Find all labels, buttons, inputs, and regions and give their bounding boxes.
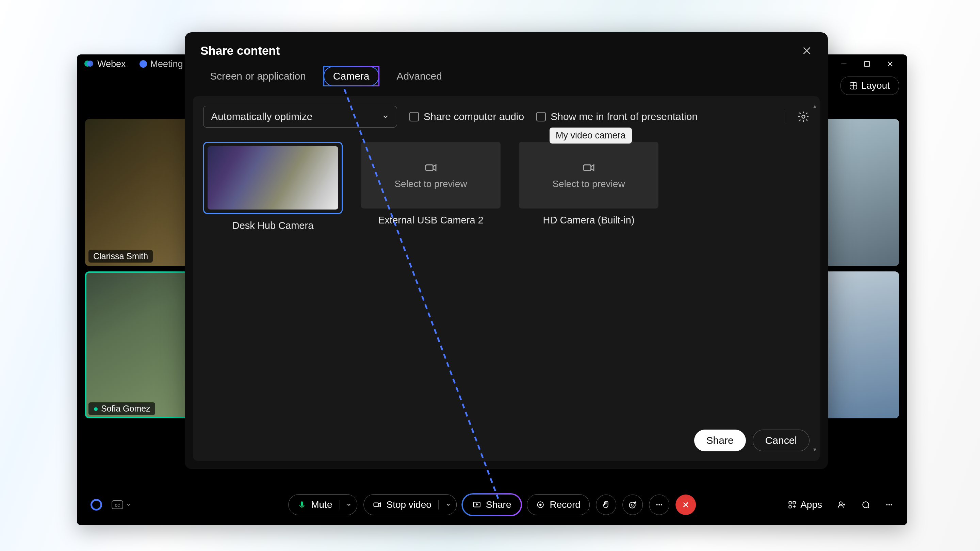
captions-button[interactable]: cc — [111, 500, 131, 509]
share-audio-label: Share computer audio — [424, 111, 524, 122]
modal-footer: Share Cancel — [203, 426, 810, 451]
raise-hand-button[interactable] — [596, 495, 616, 515]
modal-title: Share content — [200, 44, 280, 57]
svg-rect-3 — [374, 503, 379, 507]
record-icon — [536, 500, 545, 509]
layout-label: Layout — [861, 80, 890, 91]
chevron-down-icon[interactable] — [445, 502, 451, 508]
chevron-down-icon — [126, 502, 131, 508]
share-screen-icon — [472, 500, 481, 509]
select-to-preview-label: Select to preview — [395, 179, 467, 189]
meeting-info-button[interactable]: Meeting i — [140, 59, 188, 69]
svg-rect-13 — [789, 501, 791, 504]
mute-button[interactable]: Mute — [288, 494, 357, 515]
scroll-down-icon[interactable]: ▾ — [811, 446, 818, 453]
camera-card-hd-builtin[interactable]: Select to preview HD Camera (Built-in) — [519, 142, 659, 231]
modal-tabs: Screen or application Camera Advanced — [185, 61, 828, 96]
modal-header: Share content — [185, 32, 828, 61]
svg-point-20 — [802, 115, 805, 118]
camera-icon — [372, 500, 382, 509]
leave-meeting-button[interactable] — [675, 495, 696, 515]
show-me-checkbox[interactable]: Show me in front of presentation — [536, 111, 698, 122]
controls-left: cc — [91, 499, 131, 511]
tab-camera[interactable]: Camera — [324, 66, 379, 86]
camera-icon — [582, 161, 595, 175]
camera-tooltip: My video camera — [550, 127, 632, 143]
camera-preview-placeholder: Select to preview — [361, 142, 501, 208]
camera-card-external-usb[interactable]: Select to preview External USB Camera 2 — [361, 142, 501, 231]
tab-advanced[interactable]: Advanced — [387, 66, 452, 86]
svg-point-18 — [888, 504, 890, 505]
share-content-modal: Share content Screen or application Came… — [185, 32, 828, 469]
svg-point-9 — [633, 504, 633, 505]
info-icon — [140, 60, 147, 68]
svg-rect-2 — [301, 501, 303, 506]
modal-share-button[interactable]: Share — [694, 430, 746, 451]
more-button[interactable] — [649, 495, 669, 515]
maximize-icon[interactable] — [864, 60, 870, 67]
stop-video-button[interactable]: Stop video — [363, 494, 456, 515]
webex-logo-icon — [84, 59, 94, 69]
modal-scrollbar[interactable]: ▴ ▾ — [811, 102, 818, 453]
camera-icon — [424, 161, 438, 175]
optimize-dropdown[interactable]: Automatically optimize — [203, 106, 397, 127]
svg-point-8 — [631, 504, 632, 505]
control-bar: cc Mute Stop video Share — [77, 484, 907, 525]
optimize-dropdown-value: Automatically optimize — [211, 111, 312, 122]
closed-caption-icon: cc — [111, 500, 123, 509]
svg-point-12 — [660, 504, 662, 505]
share-button[interactable]: Share — [463, 495, 521, 515]
chevron-down-icon[interactable] — [346, 502, 352, 508]
minimize-icon[interactable] — [840, 60, 847, 67]
panel-more-icon[interactable] — [885, 500, 894, 509]
svg-point-7 — [629, 502, 635, 508]
camera-label: External USB Camera 2 — [361, 214, 501, 226]
svg-point-16 — [840, 502, 843, 505]
modal-body: Automatically optimize Share computer au… — [193, 96, 820, 461]
camera-list: Desk Hub Camera Select to preview Extern… — [203, 142, 810, 231]
microphone-on-icon: ● — [93, 404, 98, 414]
camera-card-desk-hub[interactable]: Desk Hub Camera — [203, 142, 343, 231]
modal-cancel-button[interactable]: Cancel — [753, 430, 810, 451]
camera-preview-thumb — [208, 146, 338, 210]
assistant-icon[interactable] — [91, 499, 102, 511]
svg-point-10 — [656, 504, 657, 505]
record-label: Record — [550, 499, 581, 510]
apps-button[interactable]: Apps — [788, 499, 822, 510]
svg-rect-14 — [793, 501, 795, 504]
camera-preview-placeholder: Select to preview — [519, 142, 659, 208]
raise-hand-icon — [601, 500, 611, 509]
microphone-icon — [298, 500, 306, 509]
stop-video-label: Stop video — [386, 499, 431, 510]
apps-label: Apps — [800, 499, 822, 510]
scroll-up-icon[interactable]: ▴ — [811, 102, 818, 110]
svg-point-6 — [539, 504, 542, 506]
meeting-info-label: Meeting i — [150, 59, 188, 69]
chat-icon[interactable] — [861, 500, 870, 509]
controls-right: Apps — [788, 499, 894, 510]
checkbox-icon — [536, 112, 546, 121]
layout-button[interactable]: Layout — [840, 76, 899, 95]
modal-toolbar: Automatically optimize Share computer au… — [203, 106, 810, 127]
participant-name: Clarissa Smith — [89, 250, 153, 263]
settings-gear-icon[interactable] — [797, 111, 810, 123]
select-to-preview-label: Select to preview — [552, 179, 625, 189]
camera-label: HD Camera (Built-in) — [519, 214, 659, 226]
reactions-button[interactable] — [622, 495, 643, 515]
show-me-label: Show me in front of presentation — [550, 111, 698, 122]
svg-rect-15 — [789, 505, 791, 508]
close-icon[interactable] — [887, 60, 894, 67]
ellipsis-icon — [655, 500, 663, 509]
smile-plus-icon — [628, 500, 637, 509]
participant-name: ● Sofia Gomez — [89, 402, 155, 415]
apps-grid-icon — [788, 501, 796, 509]
svg-rect-0 — [865, 62, 869, 66]
svg-rect-22 — [584, 165, 591, 171]
checkbox-icon — [409, 112, 419, 121]
participants-icon[interactable] — [837, 500, 846, 509]
tab-screen-or-application[interactable]: Screen or application — [200, 66, 315, 86]
share-audio-checkbox[interactable]: Share computer audio — [409, 111, 524, 122]
svg-point-19 — [891, 504, 892, 505]
modal-close-icon[interactable] — [801, 45, 812, 56]
record-button[interactable]: Record — [527, 494, 590, 515]
